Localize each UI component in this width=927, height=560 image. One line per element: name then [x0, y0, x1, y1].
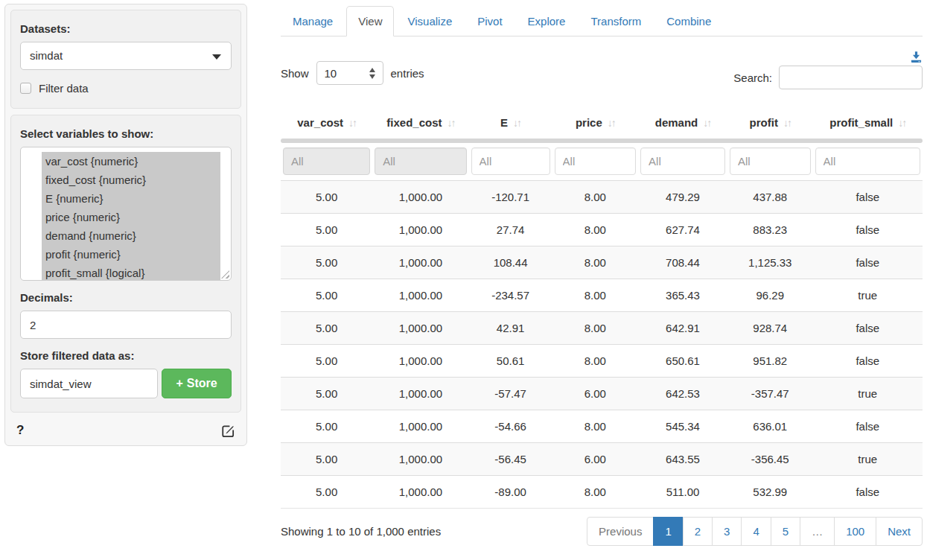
filter-row: [281, 143, 923, 181]
tab-transform[interactable]: Transform: [579, 6, 653, 36]
table-cell: 642.53: [638, 378, 727, 410]
table-info: Showing 1 to 10 of 1,000 entries: [281, 525, 441, 538]
table-cell: false: [813, 410, 923, 443]
table-cell: false: [813, 476, 923, 509]
table-cell: 5.00: [281, 246, 372, 279]
table-cell: 5.00: [281, 410, 372, 443]
tab-explore[interactable]: Explore: [516, 6, 578, 36]
filter-input-fixed_cost[interactable]: [375, 147, 466, 175]
table-cell: -356.45: [727, 443, 813, 476]
tab-combine[interactable]: Combine: [654, 6, 723, 36]
column-label: var_cost: [297, 116, 343, 129]
filter-input-price[interactable]: [555, 147, 637, 175]
tab-view[interactable]: View: [346, 6, 394, 36]
tab-pivot[interactable]: Pivot: [465, 6, 514, 36]
table-cell: -234.57: [469, 279, 552, 312]
table-cell: 8.00: [552, 279, 639, 312]
edit-pencil-icon[interactable]: [221, 424, 235, 438]
page-4[interactable]: 4: [741, 517, 771, 546]
table-cell: 1,000.00: [372, 279, 468, 312]
column-header-profit[interactable]: profit↓↑: [727, 107, 813, 138]
tab-visualize[interactable]: Visualize: [395, 6, 464, 36]
sidebar: Datasets: simdat Filter data Select vari…: [4, 4, 247, 446]
table-cell: 532.99: [727, 476, 813, 509]
variable-option[interactable]: demand {numeric}: [42, 226, 220, 245]
table-cell: 365.43: [638, 279, 727, 312]
table-cell: 5.00: [281, 214, 372, 246]
column-header-E[interactable]: E↓↑: [469, 107, 552, 138]
page-100[interactable]: 100: [834, 517, 876, 546]
filter-input-profit_small[interactable]: [815, 147, 920, 175]
column-label: E: [500, 116, 508, 129]
column-header-demand[interactable]: demand↓↑: [638, 107, 727, 138]
table-row: 5.001,000.00-120.718.00479.29437.88false: [281, 181, 923, 214]
page-length-select[interactable]: 10: [316, 61, 383, 85]
column-header-var_cost[interactable]: var_cost↓↑: [281, 107, 372, 138]
table-cell: true: [813, 378, 923, 410]
table-cell: 6.00: [552, 378, 639, 410]
table-cell: 1,000.00: [372, 443, 468, 476]
variable-option[interactable]: price {numeric}: [42, 208, 220, 226]
stepper-arrows-icon: [369, 68, 375, 79]
column-header-fixed_cost[interactable]: fixed_cost↓↑: [372, 107, 468, 138]
table-cell: 8.00: [552, 410, 639, 443]
table-cell: 42.91: [469, 312, 552, 345]
table-cell: 1,000.00: [372, 345, 468, 378]
filter-input-E[interactable]: [471, 147, 550, 175]
table-cell: false: [813, 312, 923, 345]
store-button[interactable]: +Store: [162, 369, 232, 398]
help-icon[interactable]: ?: [16, 423, 24, 438]
page-previous[interactable]: Previous: [587, 517, 654, 546]
page-1[interactable]: 1: [653, 517, 683, 546]
download-icon[interactable]: [910, 51, 923, 63]
table-cell: 8.00: [552, 345, 639, 378]
datasets-label: Datasets:: [20, 22, 232, 35]
page-next[interactable]: Next: [876, 517, 923, 546]
table-cell: false: [813, 345, 923, 378]
filter-data-checkbox[interactable]: [20, 83, 31, 94]
variable-option[interactable]: fixed_cost {numeric}: [42, 171, 220, 189]
variable-option[interactable]: profit_small {logical}: [42, 264, 220, 281]
show-label: Show: [281, 67, 309, 80]
table-cell: 883.23: [727, 214, 813, 246]
table-cell: 5.00: [281, 378, 372, 410]
table-cell: 479.29: [638, 181, 727, 214]
filter-input-profit[interactable]: [730, 147, 811, 175]
column-label: fixed_cost: [386, 116, 442, 129]
tab-manage[interactable]: Manage: [281, 6, 345, 36]
store-name-input[interactable]: [20, 369, 158, 398]
table-row: 5.001,000.00-56.456.00643.55-356.45true: [281, 443, 923, 476]
table-cell: -54.66: [469, 410, 552, 443]
variable-option[interactable]: profit {numeric}: [42, 245, 220, 264]
variables-multiselect[interactable]: var_cost {numeric}fixed_cost {numeric}E …: [20, 147, 232, 281]
page-5[interactable]: 5: [771, 517, 800, 546]
table-cell: 708.44: [638, 246, 727, 279]
table-cell: 1,000.00: [372, 410, 468, 443]
table-cell: 8.00: [552, 246, 639, 279]
variable-option[interactable]: var_cost {numeric}: [42, 152, 220, 171]
table-cell: 650.61: [638, 345, 727, 378]
dataset-select[interactable]: simdat: [20, 42, 232, 70]
page-3[interactable]: 3: [712, 517, 742, 546]
column-label: profit: [750, 116, 778, 129]
table-cell: 951.82: [727, 345, 813, 378]
filter-input-var_cost[interactable]: [283, 147, 370, 175]
page-2[interactable]: 2: [683, 517, 713, 546]
table-cell: -89.00: [469, 476, 552, 509]
table-row: 5.001,000.00108.448.00708.441,125.33fals…: [281, 246, 923, 279]
store-label: Store filtered data as:: [20, 349, 232, 362]
decimals-input[interactable]: [20, 311, 232, 339]
view-options-panel: Select variables to show: var_cost {nume…: [10, 115, 241, 413]
table-row: 5.001,000.00-234.578.00365.4396.29true: [281, 279, 923, 312]
search-input[interactable]: [779, 66, 923, 89]
page-…: …: [800, 517, 835, 546]
variable-option[interactable]: E {numeric}: [42, 189, 220, 208]
column-header-profit_small[interactable]: profit_small↓↑: [813, 107, 923, 138]
filter-input-demand[interactable]: [640, 147, 725, 175]
sort-both-icon: ↓↑: [513, 117, 520, 129]
table-row: 5.001,000.0027.748.00627.74883.23false: [281, 214, 923, 246]
column-header-price[interactable]: price↓↑: [552, 107, 639, 138]
sort-both-icon: ↓↑: [447, 117, 455, 129]
table-cell: 27.74: [469, 214, 552, 246]
table-cell: 108.44: [469, 246, 552, 279]
